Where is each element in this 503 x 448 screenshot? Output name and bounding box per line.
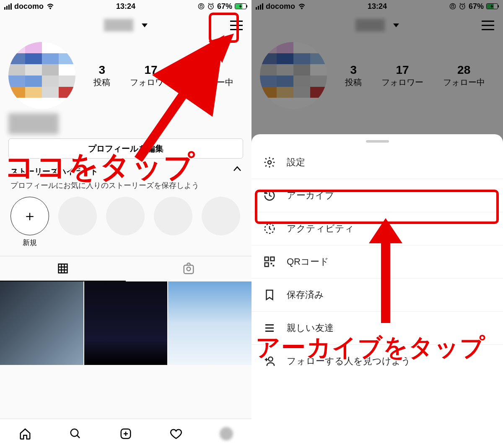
signal-icon xyxy=(4,3,12,10)
wifi-icon xyxy=(46,3,54,10)
svg-point-4 xyxy=(71,429,78,436)
svg-point-3 xyxy=(187,267,191,271)
svg-rect-13 xyxy=(271,257,275,261)
post-thumbnail[interactable] xyxy=(84,281,168,365)
avatar-icon xyxy=(220,427,233,440)
svg-rect-16 xyxy=(273,265,275,267)
menu-item-label: 保存済み xyxy=(287,289,324,301)
battery-pct-label: 67% xyxy=(217,2,232,11)
profile-tabs xyxy=(0,256,252,281)
phone-left: docomo 13:24 67% xyxy=(0,0,252,448)
svg-rect-15 xyxy=(271,263,272,265)
tab-tagged[interactable] xyxy=(126,256,252,281)
callout-text-left: ココをタップ xyxy=(4,147,195,187)
nav-add[interactable] xyxy=(119,427,132,440)
battery-icon xyxy=(235,3,247,9)
highlight-add[interactable]: ＋ 新規 xyxy=(10,197,49,247)
highlight-placeholder xyxy=(58,197,97,247)
carrier-label: docomo xyxy=(14,2,44,11)
bio-blurred xyxy=(8,113,59,134)
menu-item-settings[interactable]: 設定 xyxy=(252,146,503,179)
username-blurred xyxy=(104,19,133,31)
qr-icon xyxy=(262,255,277,269)
svg-rect-12 xyxy=(265,257,269,261)
phone-right: docomo 13:24 67% xyxy=(252,0,503,448)
highlight-placeholder xyxy=(106,197,145,247)
tagged-icon xyxy=(182,263,195,275)
alarm-icon xyxy=(207,3,215,10)
sheet-handle[interactable] xyxy=(366,140,389,143)
grid-icon xyxy=(57,263,69,274)
orientation-lock-icon xyxy=(198,3,205,10)
menu-item-label: QRコード xyxy=(287,255,329,268)
callout-text-right: アーカイブをタップ xyxy=(256,331,485,364)
svg-line-6 xyxy=(138,50,214,159)
nav-search[interactable] xyxy=(69,427,82,440)
highlight-placeholder xyxy=(154,197,192,247)
nav-activity[interactable] xyxy=(169,427,183,440)
username-switcher[interactable] xyxy=(104,19,148,31)
avatar[interactable] xyxy=(8,42,75,109)
post-thumbnail[interactable] xyxy=(168,281,252,365)
svg-marker-19 xyxy=(369,218,402,243)
menu-item-label: アクティビティ xyxy=(287,222,354,235)
plus-icon: ＋ xyxy=(10,197,49,235)
nav-home[interactable] xyxy=(18,427,32,440)
tab-grid[interactable] xyxy=(0,256,126,281)
svg-point-10 xyxy=(268,161,271,164)
status-bar: docomo 13:24 67% xyxy=(0,0,252,13)
highlights-row: ＋ 新規 xyxy=(0,195,252,256)
stat-posts-count: 3 xyxy=(93,63,110,77)
highlight-placeholder xyxy=(202,197,240,247)
highlight-add-label: 新規 xyxy=(10,238,49,247)
gear-icon xyxy=(262,155,277,169)
nav-profile[interactable] xyxy=(220,427,233,440)
bottom-nav xyxy=(0,419,252,448)
callout-arrow-right xyxy=(360,218,411,331)
stat-posts[interactable]: 3 投稿 xyxy=(93,63,110,88)
menu-item-label: 設定 xyxy=(287,156,305,169)
post-grid xyxy=(0,281,252,365)
bookmark-icon xyxy=(262,288,277,302)
stat-posts-label: 投稿 xyxy=(93,77,110,88)
chevron-down-icon xyxy=(142,23,148,27)
post-thumbnail[interactable] xyxy=(0,281,83,365)
svg-rect-2 xyxy=(184,265,194,273)
avatar-mosaic xyxy=(8,42,75,109)
svg-rect-14 xyxy=(265,263,269,267)
